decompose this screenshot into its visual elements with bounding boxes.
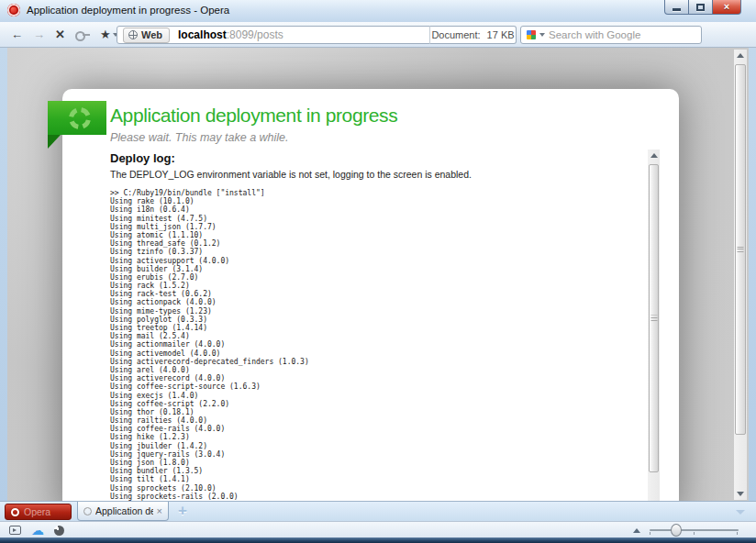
page-scroll-up-button[interactable] xyxy=(734,50,747,61)
window-title: Application deployment in progress - Ope… xyxy=(27,5,229,16)
stop-button[interactable]: ✕ xyxy=(55,28,65,40)
arrow-down-icon xyxy=(737,492,744,496)
google-icon[interactable] xyxy=(527,30,536,39)
zoom-tick xyxy=(694,532,695,535)
panels-toggle-icon[interactable] xyxy=(9,526,21,535)
web-badge[interactable]: Web xyxy=(123,28,170,43)
opera-menu-button[interactable]: Opera xyxy=(5,504,72,520)
zoom-slider-thumb[interactable] xyxy=(671,524,682,537)
window-controls: × xyxy=(664,0,741,15)
status-bar: ☁ xyxy=(0,521,756,537)
star-icon: ★ xyxy=(100,28,111,40)
document-size-indicator: Document: 17 KB xyxy=(429,26,517,44)
search-input[interactable]: Search with Google xyxy=(520,26,702,44)
address-bar[interactable]: Web localhost:8099/posts xyxy=(117,26,430,44)
opera-o-icon xyxy=(11,508,19,516)
browser-viewport: Application deployment in progress Pleas… xyxy=(0,48,756,501)
search-engine-chevron-icon[interactable] xyxy=(539,33,545,37)
tab-application-deployment[interactable]: Application deplo... × xyxy=(77,502,169,521)
zoom-tick xyxy=(650,532,650,535)
maximize-button[interactable] xyxy=(689,0,712,15)
minimize-icon xyxy=(673,8,681,11)
closed-tabs-chevron-icon[interactable] xyxy=(736,510,745,515)
tab-close-icon[interactable]: × xyxy=(157,506,162,516)
search-placeholder: Search with Google xyxy=(549,29,640,40)
scrollbar-grip-icon xyxy=(738,247,744,253)
tab-title: Application deplo... xyxy=(95,505,153,516)
status-ribbon xyxy=(48,101,106,135)
arrow-up-icon xyxy=(737,53,744,58)
deploy-log-note: The DEPLOY_LOG environment variable is n… xyxy=(110,169,641,180)
deploy-log-container[interactable]: Deploy log: The DEPLOY_LOG environment v… xyxy=(110,150,660,501)
url-host: localhost xyxy=(178,28,227,41)
page-background: Application deployment in progress Pleas… xyxy=(7,48,749,501)
opera-window: Application deployment in progress - Ope… xyxy=(0,0,756,543)
opera-menu-label: Opera xyxy=(24,506,50,517)
fit-to-width-icon[interactable] xyxy=(633,528,640,533)
deploy-log-title: Deploy log: xyxy=(110,150,641,165)
scrollbar-grip-icon xyxy=(650,316,657,322)
titlebar[interactable]: Application deployment in progress - Ope… xyxy=(0,0,756,22)
toolbar: ← → ✕ ★ Web localhost:8099/posts Documen… xyxy=(0,22,756,48)
opera-logo-icon xyxy=(7,4,20,17)
nav-buttons: ← → ✕ ★ xyxy=(11,22,118,47)
page-title: Application deployment in progress xyxy=(110,105,397,127)
arrow-up-icon xyxy=(650,153,658,158)
log-scrollbar-thumb[interactable] xyxy=(649,164,659,472)
close-button[interactable]: × xyxy=(712,0,741,15)
document-size: 17 KB xyxy=(487,29,515,40)
log-scrollbar[interactable] xyxy=(648,150,660,501)
spinner-icon xyxy=(67,105,93,130)
tab-loading-icon xyxy=(83,507,92,515)
deployment-card: Application deployment in progress Pleas… xyxy=(62,89,679,501)
new-tab-button[interactable]: + xyxy=(174,502,191,520)
tab-bar: Opera Application deplo... × + xyxy=(0,501,756,521)
bookmark-button[interactable]: ★ xyxy=(100,28,118,40)
opera-turbo-icon[interactable] xyxy=(54,526,64,536)
url-text[interactable]: localhost:8099/posts xyxy=(178,28,284,41)
ribbon-fold xyxy=(48,135,61,149)
globe-icon xyxy=(128,30,138,39)
document-label: Document: xyxy=(431,29,480,40)
zoom-tick xyxy=(737,532,738,535)
zoom-slider-track[interactable] xyxy=(650,529,739,531)
wand-password-icon[interactable] xyxy=(75,31,90,39)
log-scroll-up-button[interactable] xyxy=(648,150,660,161)
minimize-button[interactable] xyxy=(664,0,689,15)
window-bottom-border xyxy=(0,537,756,543)
maximize-icon xyxy=(696,4,705,11)
page-subtitle: Please wait. This may take a while. xyxy=(110,131,289,144)
deploy-log-text: >> C:/Ruby19/bin/bundle ["install"] Usin… xyxy=(110,189,641,501)
back-button[interactable]: ← xyxy=(11,28,23,40)
url-path: :8099/posts xyxy=(227,28,284,41)
web-badge-label: Web xyxy=(141,29,162,40)
close-icon: × xyxy=(724,2,729,12)
forward-button[interactable]: → xyxy=(33,28,45,40)
opera-link-cloud-icon[interactable]: ☁ xyxy=(31,522,44,538)
page-scrollbar-thumb[interactable] xyxy=(735,64,746,435)
page-scroll-down-button[interactable] xyxy=(734,488,747,500)
page-scrollbar[interactable] xyxy=(734,50,747,500)
